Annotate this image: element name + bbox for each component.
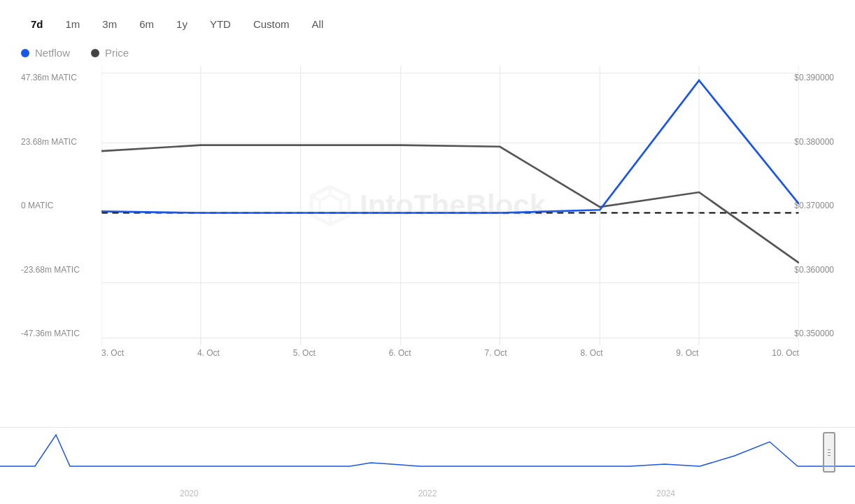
legend-netflow: Netflow: [21, 47, 70, 59]
btn-7d[interactable]: 7d: [21, 14, 53, 34]
btn-6m[interactable]: 6m: [129, 14, 164, 34]
y-right-3: $0.370000: [794, 201, 834, 210]
y-right-1: $0.390000: [794, 73, 834, 82]
legend: Netflow Price: [0, 41, 855, 59]
mini-chart-container: 2020 2022 2024: [0, 427, 855, 504]
x-axis: 3. Oct 4. Oct 5. Oct 6. Oct 7. Oct 8. Oc…: [0, 345, 855, 358]
y-left-5: -47.36m MATIC: [21, 329, 80, 338]
y-left-1: 47.36m MATIC: [21, 73, 80, 82]
mini-x-2020: 2020: [180, 489, 199, 498]
x-label-6oct: 6. Oct: [389, 348, 411, 358]
y-right-2: $0.380000: [794, 137, 834, 147]
y-left-3: 0 MATIC: [21, 201, 80, 210]
btn-ytd[interactable]: YTD: [200, 14, 241, 34]
price-dot: [91, 49, 99, 57]
legend-price: Price: [91, 47, 129, 59]
netflow-label: Netflow: [35, 47, 70, 59]
x-label-3oct: 3. Oct: [101, 348, 124, 358]
x-label-9oct: 9. Oct: [676, 348, 698, 358]
btn-3m[interactable]: 3m: [92, 14, 127, 34]
mini-x-2024: 2024: [656, 489, 675, 498]
y-left-2: 23.68m MATIC: [21, 137, 80, 147]
btn-1m[interactable]: 1m: [56, 14, 90, 34]
mini-x-2022: 2022: [418, 489, 437, 498]
netflow-dot: [21, 49, 29, 57]
scroll-handle[interactable]: [823, 432, 835, 473]
main-chart-svg: [101, 66, 799, 345]
x-label-7oct: 7. Oct: [485, 348, 507, 358]
y-axis-right: $0.390000 $0.380000 $0.370000 $0.360000 …: [794, 66, 834, 345]
y-right-4: $0.360000: [794, 265, 834, 275]
time-range-bar: 7d 1m 3m 6m 1y YTD Custom All: [0, 0, 855, 41]
chart-area: 47.36m MATIC 23.68m MATIC 0 MATIC -23.68…: [0, 66, 855, 345]
svg-rect-22: [0, 428, 855, 480]
main-container: 7d 1m 3m 6m 1y YTD Custom All Netflow Pr…: [0, 0, 855, 504]
y-right-5: $0.350000: [794, 329, 834, 338]
x-label-8oct: 8. Oct: [580, 348, 602, 358]
x-label-5oct: 5. Oct: [293, 348, 316, 358]
btn-all[interactable]: All: [302, 14, 334, 34]
y-axis-left: 47.36m MATIC 23.68m MATIC 0 MATIC -23.68…: [21, 66, 80, 345]
x-label-10oct: 10. Oct: [772, 348, 799, 358]
x-label-4oct: 4. Oct: [197, 348, 220, 358]
mini-chart-svg: [0, 428, 855, 480]
price-label: Price: [105, 47, 129, 59]
btn-custom[interactable]: Custom: [243, 14, 299, 34]
btn-1y[interactable]: 1y: [167, 14, 197, 34]
y-left-4: -23.68m MATIC: [21, 265, 80, 275]
